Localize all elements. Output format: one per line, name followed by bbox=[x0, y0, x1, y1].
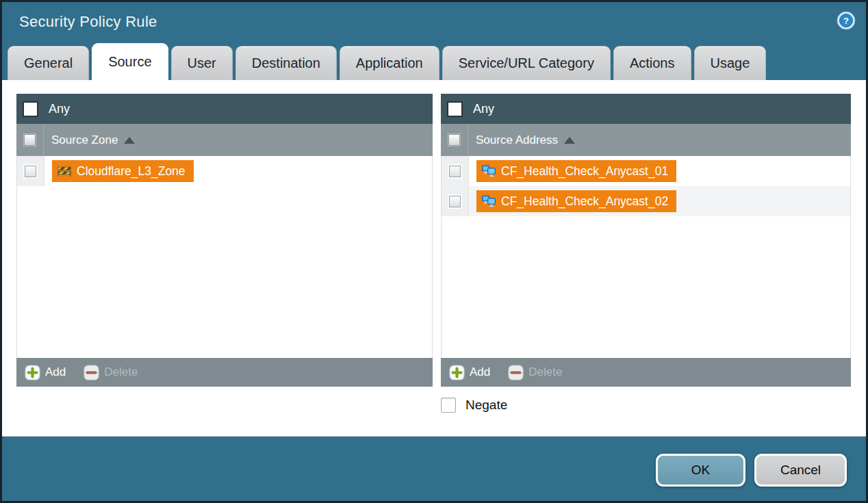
address-entry[interactable]: CF_Health_Check_Anycast_01 bbox=[476, 160, 676, 182]
tab-usage[interactable]: Usage bbox=[694, 46, 767, 80]
tab-bar: General Source User Destination Applicat… bbox=[2, 42, 866, 80]
zone-entry[interactable]: Cloudflare_L3_Zone bbox=[52, 160, 194, 182]
tab-service-url-category[interactable]: Service/URL Category bbox=[442, 46, 611, 80]
delete-button-label: Delete bbox=[104, 365, 138, 379]
source-tab-content: Any Source Zone bbox=[2, 80, 866, 437]
source-address-any-checkbox[interactable] bbox=[447, 101, 463, 117]
add-button-label: Add bbox=[45, 365, 66, 379]
address-icon bbox=[481, 195, 496, 207]
row-checkbox[interactable] bbox=[449, 196, 461, 207]
delete-icon bbox=[84, 365, 99, 381]
source-zone-toolbar: Add Delete bbox=[16, 358, 433, 387]
delete-icon bbox=[508, 365, 524, 381]
table-row: Cloudflare_L3_Zone bbox=[17, 156, 432, 186]
delete-button[interactable]: Delete bbox=[508, 365, 562, 381]
add-button[interactable]: Add bbox=[449, 365, 490, 381]
source-address-any-label: Any bbox=[473, 102, 494, 116]
cancel-button[interactable]: Cancel bbox=[754, 454, 847, 487]
tab-destination[interactable]: Destination bbox=[235, 46, 337, 80]
delete-button[interactable]: Delete bbox=[84, 365, 138, 381]
source-address-column-label: Source Address bbox=[476, 133, 558, 147]
source-zone-panel: Any Source Zone bbox=[16, 94, 433, 387]
source-zone-select-all-checkbox[interactable] bbox=[24, 134, 36, 146]
dialog-footer: OK Cancel bbox=[2, 437, 866, 501]
source-zone-column-label: Source Zone bbox=[51, 133, 118, 147]
row-label: CF_Health_Check_Anycast_02 bbox=[501, 194, 668, 209]
source-zone-list: Cloudflare_L3_Zone bbox=[16, 156, 433, 358]
address-entry[interactable]: CF_Health_Check_Anycast_02 bbox=[476, 190, 676, 212]
row-label: Cloudflare_L3_Zone bbox=[77, 164, 186, 179]
address-icon bbox=[481, 165, 496, 177]
tab-general[interactable]: General bbox=[8, 46, 89, 80]
add-icon bbox=[449, 365, 465, 381]
source-zone-any-bar: Any bbox=[16, 94, 433, 124]
security-policy-rule-dialog: Security Policy Rule ? General Source Us… bbox=[0, 0, 868, 503]
ok-button[interactable]: OK bbox=[656, 454, 745, 487]
help-icon[interactable]: ? bbox=[836, 10, 856, 31]
source-address-toolbar: Add Delete bbox=[441, 358, 851, 387]
dialog-titlebar: Security Policy Rule ? bbox=[2, 2, 866, 42]
row-checkbox[interactable] bbox=[25, 166, 36, 177]
add-icon bbox=[25, 365, 40, 381]
table-row: CF_Health_Check_Anycast_01 bbox=[442, 156, 850, 186]
negate-row: Negate bbox=[441, 398, 851, 413]
source-zone-any-label: Any bbox=[49, 102, 70, 116]
source-zone-any-checkbox[interactable] bbox=[23, 101, 38, 117]
table-row: CF_Health_Check_Anycast_02 bbox=[442, 186, 850, 216]
source-address-select-all-checkbox[interactable] bbox=[448, 134, 460, 146]
tab-actions[interactable]: Actions bbox=[613, 46, 691, 80]
dialog-title: Security Policy Rule bbox=[19, 13, 157, 31]
source-address-any-bar: Any bbox=[441, 94, 851, 124]
negate-label: Negate bbox=[465, 398, 507, 413]
zone-icon bbox=[57, 166, 72, 177]
source-address-panel: Any Source Address bbox=[441, 94, 851, 387]
tab-source[interactable]: Source bbox=[92, 43, 168, 80]
source-address-column-header[interactable]: Source Address bbox=[441, 124, 851, 156]
row-checkbox[interactable] bbox=[449, 166, 461, 177]
sort-ascending-icon bbox=[124, 137, 135, 144]
svg-text:?: ? bbox=[843, 16, 849, 26]
tab-application[interactable]: Application bbox=[340, 46, 439, 80]
tab-user[interactable]: User bbox=[171, 46, 233, 80]
negate-checkbox[interactable] bbox=[441, 398, 456, 413]
source-zone-column-header[interactable]: Source Zone bbox=[16, 124, 433, 156]
add-button-label: Add bbox=[470, 365, 490, 379]
add-button[interactable]: Add bbox=[25, 365, 66, 381]
delete-button-label: Delete bbox=[528, 365, 562, 379]
row-label: CF_Health_Check_Anycast_01 bbox=[501, 164, 668, 179]
sort-ascending-icon bbox=[564, 137, 575, 144]
source-address-list: CF_Health_Check_Anycast_01 bbox=[441, 156, 851, 358]
